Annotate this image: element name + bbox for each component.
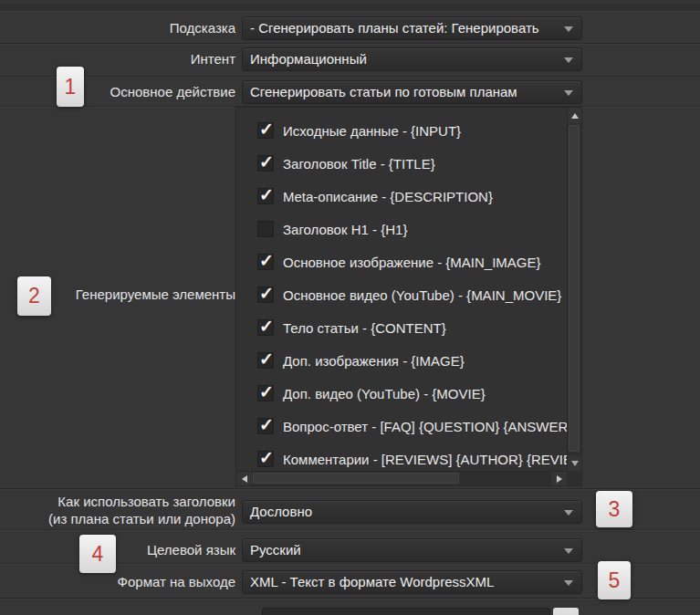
scroll-right-button[interactable] [551,472,567,485]
scroll-up-button[interactable] [568,108,581,123]
list-item-label: Заголовок Title - {TITLE} [283,156,435,172]
main-action-label: Основное действие [110,80,235,104]
checkbox-checked-icon[interactable] [257,352,274,369]
headings-usage-label-line1: Как использовать заголовки [48,493,235,510]
list-item-label: Тело статьи - {CONTENT} [283,320,446,336]
horizontal-scrollbar-thumb[interactable] [253,473,459,484]
intent-dropdown-value: Информационный [250,51,367,67]
scrollbar-corner [567,471,581,485]
list-item[interactable]: Meta-описание - {DESCRIPTION} [236,180,567,213]
annotation-badge-4: 4 [79,535,116,573]
scroll-down-button[interactable] [568,455,581,471]
list-item[interactable]: Заголовок H1 - {H1} [236,213,567,245]
checkbox-checked-icon[interactable] [257,188,274,204]
list-item-label: Заголовок H1 - {H1} [283,222,407,237]
list-item[interactable]: Вопрос-ответ - [FAQ] {QUESTION} {ANSWER} [236,410,567,443]
list-item[interactable]: Комментарии - [REVIEWS] {AUTHOR} {REVIEW… [236,443,567,471]
output-format-label: Формат на выходе [118,570,235,594]
checkbox-checked-icon[interactable] [257,319,274,336]
headings-usage-dropdown-value: Дословно [250,504,312,519]
chevron-down-icon [564,580,573,586]
main-action-dropdown[interactable]: Сгенерировать статьи по готовым планам [242,80,582,104]
generated-elements-listbox: Исходные данные - {INPUT}Заголовок Title… [235,107,582,486]
scroll-right-icon [557,475,562,483]
list-item[interactable]: Тело статьи - {CONTENT} [236,311,567,344]
scroll-down-icon [571,461,579,466]
headings-usage-label-line2: (из плана статьи или донора) [48,510,235,527]
annotation-badge-5: 5 [598,561,631,599]
list-item-label: Meta-описание - {DESCRIPTION} [283,189,493,204]
hint-dropdown-value: - Сгенерировать планы статей: Генерирова… [250,20,539,36]
horizontal-scrollbar[interactable] [236,471,567,485]
list-item-label: Основное изображение - {MAIN_IMAGE} [283,255,541,270]
list-item[interactable]: Основное видео (YouTube) - {MAIN_MOVIE} [236,278,567,311]
partial-browse-button[interactable] [553,608,579,615]
list-item[interactable]: Доп. изображения - {IMAGE} [236,344,567,377]
annotation-badge-2: 2 [17,276,51,316]
main-action-dropdown-value: Сгенерировать статьи по готовым планам [250,84,517,99]
checkbox-checked-icon[interactable] [257,254,274,270]
row-divider [0,598,700,599]
chevron-down-icon [564,90,573,96]
output-format-dropdown-value: XML - Текст в формате WordpressXML [250,574,494,589]
hint-label: Подсказка [170,16,235,40]
generated-elements-list: Исходные данные - {INPUT}Заголовок Title… [236,108,567,471]
output-format-dropdown[interactable]: XML - Текст в формате WordpressXML [242,570,582,594]
list-item[interactable]: Доп. видео (YouTube) - {MOVIE} [236,377,567,410]
vertical-scrollbar-thumb[interactable] [569,125,580,452]
scroll-left-button[interactable] [236,472,252,485]
checkbox-checked-icon[interactable] [257,287,274,303]
list-item-label: Исходные данные - {INPUT} [283,123,461,139]
row-divider [0,529,700,530]
headings-usage-label: Как использовать заголовки (из плана ста… [48,493,235,527]
target-language-label: Целевой язык [147,538,235,562]
row-divider [0,76,700,77]
list-item-label: Доп. видео (YouTube) - {MOVIE} [283,386,486,401]
settings-form: Подсказка - Сгенерировать планы статей: … [0,0,700,615]
annotation-badge-3: 3 [596,491,632,527]
headings-usage-dropdown[interactable]: Дословно [242,500,582,524]
vertical-scrollbar[interactable] [567,108,581,471]
scroll-up-icon [571,113,579,119]
hint-dropdown[interactable]: - Сгенерировать планы статей: Генерирова… [242,16,582,40]
target-language-dropdown[interactable]: Русский [242,538,582,562]
list-item-label: Доп. изображения - {IMAGE} [283,353,465,369]
top-strip [0,0,700,12]
list-item[interactable]: Исходные данные - {INPUT} [236,114,567,147]
checkbox-checked-icon[interactable] [257,418,274,434]
checkbox-checked-icon[interactable] [257,122,274,139]
row-divider [0,43,700,44]
checkbox-checked-icon[interactable] [257,385,274,401]
row-divider [0,488,700,489]
chevron-down-icon [564,548,573,554]
checkbox-checked-icon[interactable] [257,155,274,172]
scroll-left-icon [242,475,247,483]
chevron-down-icon [564,57,573,63]
list-item-label: Комментарии - [REVIEWS] {AUTHOR} {REVIEW… [283,452,567,467]
list-item[interactable]: Основное изображение - {MAIN_IMAGE} [236,245,567,278]
chevron-down-icon [564,26,573,32]
chevron-down-icon [564,510,573,516]
generated-elements-label: Генерируемые элементы [76,283,235,307]
partial-text-input[interactable] [262,608,550,615]
checkbox-unchecked-icon[interactable] [257,221,274,237]
checkbox-checked-icon[interactable] [257,451,274,467]
annotation-badge-1: 1 [57,67,84,107]
list-item[interactable]: Заголовок Title - {TITLE} [236,147,567,180]
target-language-dropdown-value: Русский [250,542,301,558]
intent-label: Интент [191,47,235,71]
intent-dropdown[interactable]: Информационный [242,47,582,71]
list-item-label: Вопрос-ответ - [FAQ] {QUESTION} {ANSWER} [283,419,567,434]
list-item-label: Основное видео (YouTube) - {MAIN_MOVIE} [283,287,561,303]
